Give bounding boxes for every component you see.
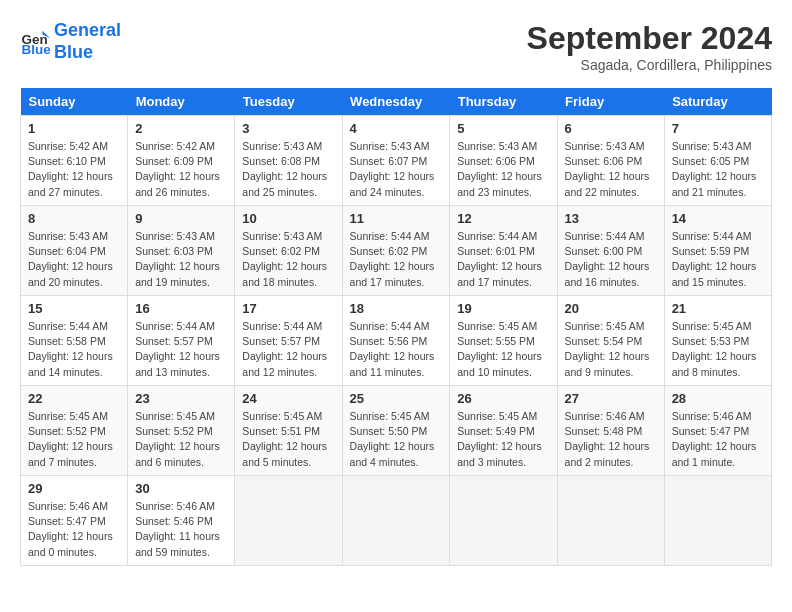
table-row: 1Sunrise: 5:42 AMSunset: 6:10 PMDaylight…: [21, 116, 128, 206]
table-row: 24Sunrise: 5:45 AMSunset: 5:51 PMDayligh…: [235, 386, 342, 476]
table-row: 12Sunrise: 5:44 AMSunset: 6:01 PMDayligh…: [450, 206, 557, 296]
table-row: [664, 476, 771, 566]
table-row: 14Sunrise: 5:44 AMSunset: 5:59 PMDayligh…: [664, 206, 771, 296]
table-row: 18Sunrise: 5:44 AMSunset: 5:56 PMDayligh…: [342, 296, 450, 386]
table-row: 20Sunrise: 5:45 AMSunset: 5:54 PMDayligh…: [557, 296, 664, 386]
day-info: Sunrise: 5:44 AMSunset: 6:00 PMDaylight:…: [565, 229, 657, 290]
day-info: Sunrise: 5:43 AMSunset: 6:02 PMDaylight:…: [242, 229, 334, 290]
day-number: 28: [672, 391, 764, 406]
table-row: 5Sunrise: 5:43 AMSunset: 6:06 PMDaylight…: [450, 116, 557, 206]
table-row: 19Sunrise: 5:45 AMSunset: 5:55 PMDayligh…: [450, 296, 557, 386]
day-number: 18: [350, 301, 443, 316]
table-row: 27Sunrise: 5:46 AMSunset: 5:48 PMDayligh…: [557, 386, 664, 476]
day-info: Sunrise: 5:43 AMSunset: 6:03 PMDaylight:…: [135, 229, 227, 290]
calendar-week-row: 29Sunrise: 5:46 AMSunset: 5:47 PMDayligh…: [21, 476, 772, 566]
day-number: 13: [565, 211, 657, 226]
day-number: 5: [457, 121, 549, 136]
table-row: 21Sunrise: 5:45 AMSunset: 5:53 PMDayligh…: [664, 296, 771, 386]
day-info: Sunrise: 5:46 AMSunset: 5:48 PMDaylight:…: [565, 409, 657, 470]
table-row: 25Sunrise: 5:45 AMSunset: 5:50 PMDayligh…: [342, 386, 450, 476]
day-number: 11: [350, 211, 443, 226]
logo-blue: Blue: [54, 42, 93, 62]
day-info: Sunrise: 5:44 AMSunset: 5:58 PMDaylight:…: [28, 319, 120, 380]
day-number: 15: [28, 301, 120, 316]
logo-text: General Blue: [54, 20, 121, 63]
day-info: Sunrise: 5:45 AMSunset: 5:52 PMDaylight:…: [135, 409, 227, 470]
day-number: 21: [672, 301, 764, 316]
day-number: 17: [242, 301, 334, 316]
day-info: Sunrise: 5:43 AMSunset: 6:06 PMDaylight:…: [457, 139, 549, 200]
day-info: Sunrise: 5:45 AMSunset: 5:55 PMDaylight:…: [457, 319, 549, 380]
table-row: 30Sunrise: 5:46 AMSunset: 5:46 PMDayligh…: [128, 476, 235, 566]
col-tuesday: Tuesday: [235, 88, 342, 116]
svg-text:Blue: Blue: [22, 42, 51, 57]
day-number: 3: [242, 121, 334, 136]
col-thursday: Thursday: [450, 88, 557, 116]
table-row: [557, 476, 664, 566]
day-info: Sunrise: 5:45 AMSunset: 5:54 PMDaylight:…: [565, 319, 657, 380]
day-info: Sunrise: 5:45 AMSunset: 5:50 PMDaylight:…: [350, 409, 443, 470]
month-title: September 2024: [527, 20, 772, 57]
table-row: 28Sunrise: 5:46 AMSunset: 5:47 PMDayligh…: [664, 386, 771, 476]
day-info: Sunrise: 5:43 AMSunset: 6:06 PMDaylight:…: [565, 139, 657, 200]
day-info: Sunrise: 5:43 AMSunset: 6:08 PMDaylight:…: [242, 139, 334, 200]
day-number: 9: [135, 211, 227, 226]
day-number: 26: [457, 391, 549, 406]
day-number: 23: [135, 391, 227, 406]
day-info: Sunrise: 5:44 AMSunset: 5:57 PMDaylight:…: [135, 319, 227, 380]
day-number: 7: [672, 121, 764, 136]
day-number: 10: [242, 211, 334, 226]
day-info: Sunrise: 5:46 AMSunset: 5:46 PMDaylight:…: [135, 499, 227, 560]
table-row: 9Sunrise: 5:43 AMSunset: 6:03 PMDaylight…: [128, 206, 235, 296]
calendar-header-row: Sunday Monday Tuesday Wednesday Thursday…: [21, 88, 772, 116]
day-info: Sunrise: 5:43 AMSunset: 6:04 PMDaylight:…: [28, 229, 120, 290]
day-number: 2: [135, 121, 227, 136]
day-info: Sunrise: 5:44 AMSunset: 5:56 PMDaylight:…: [350, 319, 443, 380]
title-section: September 2024 Sagada, Cordillera, Phili…: [527, 20, 772, 73]
day-info: Sunrise: 5:44 AMSunset: 6:02 PMDaylight:…: [350, 229, 443, 290]
table-row: 29Sunrise: 5:46 AMSunset: 5:47 PMDayligh…: [21, 476, 128, 566]
logo-icon: Gen Blue: [20, 27, 50, 57]
day-info: Sunrise: 5:44 AMSunset: 6:01 PMDaylight:…: [457, 229, 549, 290]
location-subtitle: Sagada, Cordillera, Philippines: [527, 57, 772, 73]
table-row: 26Sunrise: 5:45 AMSunset: 5:49 PMDayligh…: [450, 386, 557, 476]
table-row: [450, 476, 557, 566]
col-sunday: Sunday: [21, 88, 128, 116]
day-info: Sunrise: 5:44 AMSunset: 5:59 PMDaylight:…: [672, 229, 764, 290]
table-row: 13Sunrise: 5:44 AMSunset: 6:00 PMDayligh…: [557, 206, 664, 296]
day-number: 19: [457, 301, 549, 316]
calendar-week-row: 15Sunrise: 5:44 AMSunset: 5:58 PMDayligh…: [21, 296, 772, 386]
day-number: 29: [28, 481, 120, 496]
calendar-week-row: 22Sunrise: 5:45 AMSunset: 5:52 PMDayligh…: [21, 386, 772, 476]
day-number: 24: [242, 391, 334, 406]
calendar-table: Sunday Monday Tuesday Wednesday Thursday…: [20, 88, 772, 566]
day-info: Sunrise: 5:42 AMSunset: 6:09 PMDaylight:…: [135, 139, 227, 200]
logo: Gen Blue General Blue: [20, 20, 121, 63]
table-row: 22Sunrise: 5:45 AMSunset: 5:52 PMDayligh…: [21, 386, 128, 476]
calendar-week-row: 8Sunrise: 5:43 AMSunset: 6:04 PMDaylight…: [21, 206, 772, 296]
table-row: [235, 476, 342, 566]
day-info: Sunrise: 5:45 AMSunset: 5:49 PMDaylight:…: [457, 409, 549, 470]
table-row: 10Sunrise: 5:43 AMSunset: 6:02 PMDayligh…: [235, 206, 342, 296]
day-info: Sunrise: 5:42 AMSunset: 6:10 PMDaylight:…: [28, 139, 120, 200]
table-row: 17Sunrise: 5:44 AMSunset: 5:57 PMDayligh…: [235, 296, 342, 386]
logo-general: General: [54, 20, 121, 40]
day-info: Sunrise: 5:45 AMSunset: 5:51 PMDaylight:…: [242, 409, 334, 470]
day-info: Sunrise: 5:45 AMSunset: 5:53 PMDaylight:…: [672, 319, 764, 380]
table-row: 6Sunrise: 5:43 AMSunset: 6:06 PMDaylight…: [557, 116, 664, 206]
day-info: Sunrise: 5:46 AMSunset: 5:47 PMDaylight:…: [28, 499, 120, 560]
table-row: 4Sunrise: 5:43 AMSunset: 6:07 PMDaylight…: [342, 116, 450, 206]
col-monday: Monday: [128, 88, 235, 116]
table-row: 7Sunrise: 5:43 AMSunset: 6:05 PMDaylight…: [664, 116, 771, 206]
table-row: 11Sunrise: 5:44 AMSunset: 6:02 PMDayligh…: [342, 206, 450, 296]
day-number: 12: [457, 211, 549, 226]
day-number: 6: [565, 121, 657, 136]
col-wednesday: Wednesday: [342, 88, 450, 116]
col-saturday: Saturday: [664, 88, 771, 116]
table-row: 8Sunrise: 5:43 AMSunset: 6:04 PMDaylight…: [21, 206, 128, 296]
day-info: Sunrise: 5:44 AMSunset: 5:57 PMDaylight:…: [242, 319, 334, 380]
day-number: 30: [135, 481, 227, 496]
day-info: Sunrise: 5:45 AMSunset: 5:52 PMDaylight:…: [28, 409, 120, 470]
table-row: 3Sunrise: 5:43 AMSunset: 6:08 PMDaylight…: [235, 116, 342, 206]
page-header: Gen Blue General Blue September 2024 Sag…: [20, 20, 772, 73]
